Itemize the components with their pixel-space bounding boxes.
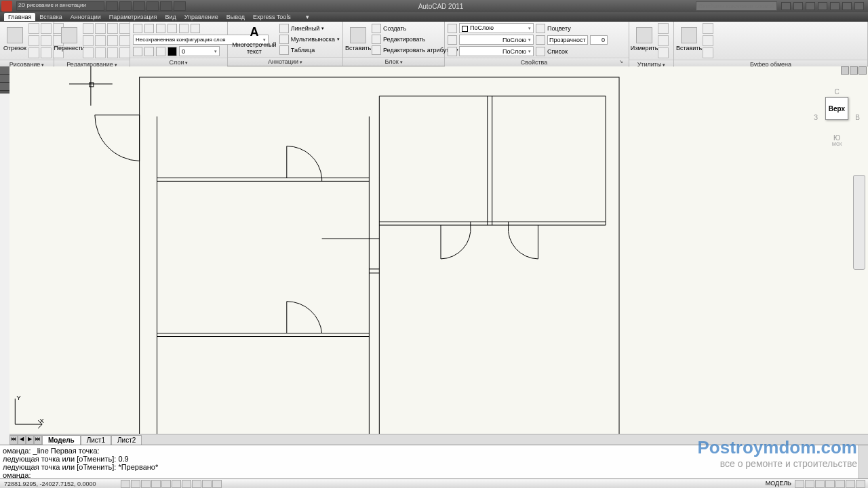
list-icon[interactable] — [536, 47, 545, 56]
minimize-btn[interactable] — [830, 2, 840, 10]
move-button[interactable]: Перенести — [57, 23, 81, 56]
otrack-toggle[interactable] — [172, 480, 181, 488]
viewcube[interactable]: С Верх З В Ю мск — [814, 88, 860, 147]
ortho-toggle[interactable] — [141, 480, 151, 488]
dyn-toggle[interactable] — [192, 480, 201, 488]
left-palette[interactable] — [0, 66, 9, 94]
trans-icon[interactable] — [536, 35, 545, 45]
ellipse-btn[interactable] — [41, 35, 52, 46]
array-btn[interactable] — [95, 47, 106, 58]
model-indicator[interactable]: МОДЕЛЬ — [763, 480, 794, 488]
panel-properties-title[interactable]: Свойства — [521, 59, 548, 66]
circle-btn[interactable] — [41, 23, 52, 34]
tab-nav-last[interactable]: ⏭ — [34, 435, 42, 445]
rectangle-btn[interactable] — [28, 35, 39, 46]
menu-bullet[interactable]: ▾ — [302, 13, 313, 21]
app-icon[interactable] — [1, 1, 12, 12]
chamfer-btn[interactable] — [119, 47, 130, 58]
spline-btn[interactable] — [28, 47, 39, 58]
osnap-toggle[interactable] — [161, 480, 171, 488]
qat-workspace[interactable]: 2D рисование и аннотации — [16, 1, 104, 11]
panel-layers-title[interactable]: Слои — [170, 59, 189, 66]
lwt-icon[interactable] — [448, 47, 457, 56]
lwt-toggle[interactable] — [202, 480, 212, 488]
util-1[interactable] — [658, 23, 669, 34]
match-btn[interactable] — [703, 47, 713, 58]
menu-view[interactable]: Вид — [161, 13, 180, 21]
menu-insert[interactable]: Вставка — [35, 13, 66, 21]
vp-max[interactable] — [850, 66, 858, 75]
sb-r6[interactable] — [846, 480, 855, 488]
sb-r2[interactable] — [805, 480, 814, 488]
tab-nav-next[interactable]: ▶ — [26, 435, 34, 445]
list-label[interactable]: Список — [547, 48, 568, 55]
sb-r7[interactable] — [856, 480, 865, 488]
measure-button[interactable]: Измерить — [632, 23, 656, 56]
scale-btn[interactable] — [83, 47, 94, 58]
menu-manage[interactable]: Управление — [180, 13, 222, 21]
lock2-icon[interactable] — [156, 47, 165, 56]
sun-icon[interactable] — [144, 47, 154, 56]
ltype-icon[interactable] — [448, 35, 457, 45]
mleader-btn[interactable]: Мультивыноска▾ — [279, 34, 340, 44]
mirror-btn[interactable] — [83, 35, 94, 46]
copy-clip-btn[interactable] — [703, 35, 713, 46]
help-search-input[interactable] — [696, 1, 777, 11]
offset-btn[interactable] — [107, 47, 118, 58]
cmd-scrollbar[interactable] — [859, 445, 868, 479]
color-dropdown[interactable]: ПоСлою — [459, 23, 534, 33]
lineweight-dropdown[interactable]: ПоСлою — [459, 46, 534, 56]
qp-toggle[interactable] — [212, 480, 222, 488]
line-button[interactable]: Отрезок — [3, 23, 27, 56]
layer-state-icon[interactable] — [144, 24, 154, 33]
menu-annotate[interactable]: Аннотации — [66, 13, 105, 21]
grid-toggle[interactable] — [131, 480, 140, 488]
stretch-btn[interactable] — [119, 35, 130, 46]
vp-close[interactable] — [859, 66, 867, 75]
polar-toggle[interactable] — [151, 480, 161, 488]
maximize-btn[interactable] — [842, 2, 852, 10]
layer-lock-icon[interactable] — [191, 24, 200, 33]
tab-model[interactable]: Модель — [42, 435, 81, 445]
util-3[interactable] — [658, 47, 669, 58]
polyline-btn[interactable] — [28, 23, 39, 34]
erase-btn[interactable] — [119, 23, 130, 34]
mtext-button[interactable]: AМногострочный текст — [231, 23, 278, 56]
qat-print[interactable] — [174, 1, 186, 11]
transparency-value[interactable] — [590, 35, 608, 45]
dim-linear-btn[interactable]: Линейный▾ — [279, 23, 340, 33]
sb-r1[interactable] — [795, 480, 804, 488]
transparency-input[interactable] — [547, 35, 588, 45]
tab-layout2[interactable]: Лист2 — [111, 435, 142, 445]
drawing-area[interactable]: Y X — [9, 66, 868, 434]
cmd-prompt[interactable]: оманда: — [3, 471, 865, 479]
fillet-btn[interactable] — [95, 35, 106, 46]
color-swatch[interactable] — [167, 47, 177, 56]
tab-nav-prev[interactable]: ◀ — [18, 435, 26, 445]
vp-min[interactable] — [841, 66, 849, 75]
qat-redo[interactable] — [160, 1, 172, 11]
close-btn[interactable] — [854, 2, 864, 10]
copy-btn[interactable] — [83, 23, 94, 34]
table-btn[interactable]: Таблица — [279, 45, 340, 55]
qat-undo[interactable] — [146, 1, 159, 11]
layer-dropdown[interactable]: 0 — [179, 46, 220, 56]
rotate-btn[interactable] — [95, 23, 106, 34]
qat-save[interactable] — [133, 1, 145, 11]
point-btn[interactable] — [41, 47, 52, 58]
viewcube-face[interactable]: Верх — [825, 97, 848, 120]
menu-home[interactable]: Главная — [4, 13, 35, 21]
layer-freeze-icon[interactable] — [179, 24, 189, 33]
ducs-toggle[interactable] — [182, 480, 191, 488]
linetype-dropdown[interactable]: ПоСлою — [459, 35, 534, 45]
panel-block-title[interactable]: Блок — [384, 58, 402, 65]
util-2[interactable] — [658, 35, 669, 46]
command-line[interactable]: оманда: _line Первая точка: ледующая точ… — [0, 445, 868, 479]
layer-iso-icon[interactable] — [156, 24, 165, 33]
nav-bar[interactable] — [853, 175, 865, 270]
explode-btn[interactable] — [107, 35, 118, 46]
qat-open[interactable] — [119, 1, 132, 11]
tab-layout1[interactable]: Лист1 — [81, 435, 111, 445]
menu-parametric[interactable]: Параметризация — [105, 13, 161, 21]
exchange-btn[interactable] — [793, 2, 803, 10]
